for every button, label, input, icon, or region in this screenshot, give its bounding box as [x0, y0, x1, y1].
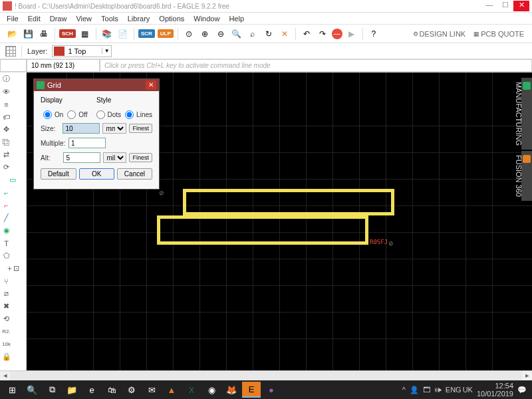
lock-icon[interactable]: 🔒 [0, 350, 13, 363]
menu-options[interactable]: Options [155, 13, 188, 24]
ulp-badge[interactable]: ULP [158, 29, 174, 38]
chrome-icon[interactable]: ◉ [202, 382, 221, 398]
layers-icon[interactable]: ≡ [0, 98, 13, 110]
via-icon[interactable]: ◉ [0, 224, 13, 237]
display-off-radio[interactable] [67, 110, 76, 119]
copy-icon[interactable]: ⿻ [0, 136, 13, 148]
group-icon[interactable]: ▭ [0, 174, 25, 186]
board-outline-2[interactable] [157, 215, 368, 245]
tray-people-icon[interactable]: 👤 [410, 386, 419, 394]
size-finest-button[interactable]: Finest [129, 124, 152, 133]
eagle-taskbar-icon[interactable]: E [242, 382, 261, 398]
taskview-icon[interactable]: ⧉ [43, 382, 61, 398]
settings-icon[interactable]: ⚙ [122, 382, 141, 398]
fusion360-tab[interactable]: FUSION 360 [521, 151, 532, 201]
alt-input[interactable] [63, 152, 100, 163]
scroll-right-icon[interactable]: ▸ [522, 371, 532, 380]
menu-draw[interactable]: Draw [46, 13, 71, 24]
sheet-icon[interactable]: 📄 [116, 27, 130, 41]
manufacturing-tab[interactable]: MANUFACTURING [521, 78, 532, 150]
style-lines-radio[interactable] [125, 110, 134, 119]
firefox-icon[interactable]: 🦊 [222, 382, 241, 398]
go-icon[interactable]: ▶ [345, 27, 358, 41]
tray-battery-icon[interactable]: 🗔 [423, 386, 430, 394]
menu-tools[interactable]: Tools [97, 13, 122, 24]
library-icon[interactable]: 📚 [100, 27, 114, 41]
mirror-icon[interactable]: ⇄ [0, 148, 13, 161]
split-icon[interactable]: ⑂ [0, 275, 13, 287]
cancel-icon[interactable]: ✕ [278, 27, 291, 41]
mail-icon[interactable]: ✉ [142, 382, 161, 398]
default-button[interactable]: Default [41, 168, 76, 180]
add-icon[interactable]: ＋⊡ [0, 262, 25, 275]
route-icon[interactable]: ⌐ [0, 186, 13, 199]
scrollbar-horizontal[interactable]: ◂ ▸ [0, 370, 532, 380]
explorer-icon[interactable]: 📁 [63, 382, 81, 398]
style-dots-radio[interactable] [96, 110, 105, 119]
replace-icon[interactable]: ⟲ [0, 313, 13, 325]
polygon-icon[interactable]: ⬠ [0, 249, 13, 262]
close-button[interactable]: ✕ [513, 1, 529, 11]
alt-finest-button[interactable]: Finest [129, 153, 152, 162]
start-button[interactable]: ⊞ [3, 382, 21, 398]
zoom-in-icon[interactable]: ⊕ [198, 27, 211, 41]
alt-unit-select[interactable]: mil [103, 152, 126, 163]
design-link-button[interactable]: ⚙ DESIGN LINK [410, 29, 469, 39]
vlc-icon[interactable]: ▲ [162, 382, 181, 398]
display-on-radio[interactable] [43, 110, 52, 119]
size-unit-select[interactable]: mm [102, 123, 126, 134]
undo-icon[interactable]: ↶ [300, 27, 313, 41]
menu-edit[interactable]: Edit [24, 13, 45, 24]
tray-lang[interactable]: ENG [446, 386, 462, 394]
save-icon[interactable]: 💾 [21, 27, 35, 41]
app-icon[interactable]: ● [262, 382, 281, 398]
scroll-track[interactable] [10, 371, 522, 380]
grid-icon[interactable] [5, 46, 16, 57]
scr-badge[interactable]: SCR [138, 29, 155, 38]
wire-icon[interactable]: ╱ [0, 211, 13, 224]
tray-clock[interactable]: 12:5410/01/2019 [477, 382, 513, 398]
zoom-fit-icon[interactable]: ⊙ [182, 27, 196, 41]
search-icon[interactable]: 🔍 [23, 382, 41, 398]
layer-select[interactable]: 1 Top ▼ [52, 45, 112, 57]
sch-badge[interactable]: SCH [59, 29, 76, 38]
board-outline-1[interactable] [183, 189, 394, 215]
zoom-redraw-icon[interactable]: 🔍 [230, 27, 243, 41]
print-icon[interactable]: 🖶 [37, 27, 51, 41]
edge-icon[interactable]: e [82, 382, 101, 398]
minimize-button[interactable]: — [481, 1, 497, 11]
pcb-quote-button[interactable]: ▦ PCB QUOTE [471, 29, 527, 39]
tray-up-icon[interactable]: ^ [402, 386, 406, 394]
ripup-icon[interactable]: ⌐ [0, 199, 13, 211]
text-icon[interactable]: T [0, 237, 13, 249]
menu-help[interactable]: Help [225, 13, 248, 24]
scroll-left-icon[interactable]: ◂ [0, 371, 10, 380]
menu-window[interactable]: Window [190, 13, 223, 24]
show-icon[interactable]: 👁 [0, 85, 13, 98]
store-icon[interactable]: 🛍 [102, 382, 121, 398]
notifications-icon[interactable]: 💬 [517, 386, 527, 394]
tray-kb[interactable]: UK [463, 386, 473, 394]
maximize-button[interactable]: ☐ [497, 1, 513, 11]
menu-view[interactable]: View [72, 13, 96, 24]
name-icon[interactable]: R2. [0, 325, 13, 338]
menu-library[interactable]: Library [124, 13, 154, 24]
zoom-select-icon[interactable]: ⌕ [246, 27, 259, 41]
tray-network-icon[interactable]: 🕪 [434, 386, 442, 394]
ok-button[interactable]: OK [79, 168, 114, 180]
multiple-input[interactable] [68, 138, 106, 148]
board-icon[interactable]: ▦ [78, 27, 92, 41]
info-icon[interactable]: ⓘ [0, 72, 13, 85]
menu-file[interactable]: File [3, 13, 23, 24]
delete-icon[interactable]: ✖ [0, 300, 13, 313]
help-icon[interactable]: ? [367, 27, 380, 41]
system-tray[interactable]: ^ 👤 🗔 🕪 ENG UK 12:5410/01/2019 💬 [402, 382, 529, 398]
value-icon[interactable]: 10k [0, 338, 13, 350]
refresh-icon[interactable]: ↻ [262, 27, 275, 41]
size-input[interactable] [63, 123, 100, 134]
grid-dialog-close[interactable]: ✕ [146, 80, 156, 90]
coord-origin[interactable] [0, 59, 27, 72]
mark-icon[interactable]: 🏷 [0, 110, 13, 123]
rotate-icon[interactable]: ⟳ [0, 161, 13, 174]
miter-icon[interactable]: ⧄ [0, 287, 13, 300]
